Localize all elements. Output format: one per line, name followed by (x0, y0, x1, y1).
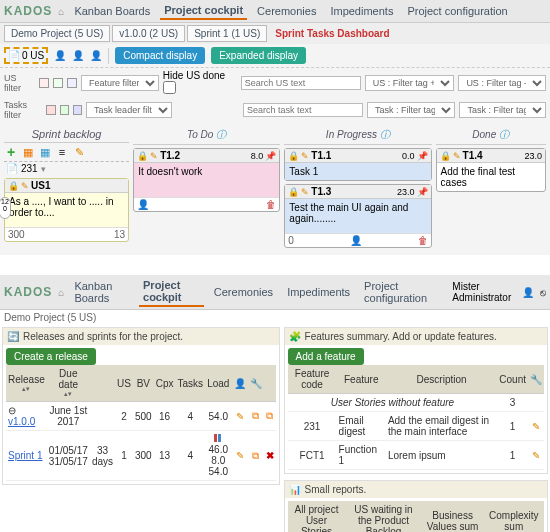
expanded-button[interactable]: Expanded display (211, 47, 306, 64)
cell: 16 (154, 402, 176, 431)
edit-icon[interactable]: ✎ (21, 181, 29, 191)
home-icon[interactable]: ⌂ (58, 287, 64, 298)
edit-icon[interactable]: ✎ (532, 450, 540, 461)
th: Complexity sum (484, 501, 544, 532)
edit-icon[interactable]: ✎ (236, 411, 244, 422)
card-text: As a ...., I want to ..... in order to..… (5, 193, 128, 227)
current-user: Mister Administrator (452, 281, 516, 303)
user-icon[interactable]: 👤 (54, 50, 66, 61)
delete-icon[interactable]: 🗑 (266, 199, 276, 210)
user-icon[interactable]: 👤 (90, 50, 102, 61)
color-swatch[interactable] (53, 78, 63, 88)
edit-icon[interactable]: ✎ (532, 421, 540, 432)
list-icon[interactable]: ≡ (55, 145, 69, 159)
us-drop[interactable]: 📄 0 US (4, 47, 48, 64)
card-stat: 0 (288, 235, 294, 246)
pin-icon: 📌 (417, 151, 428, 161)
nav-cockpit[interactable]: Project cockpit (160, 2, 247, 20)
counter-badge: 120 (0, 197, 11, 219)
bc-project[interactable]: Demo Project (5 US) (4, 25, 110, 42)
edit-icon[interactable]: ✎ (236, 450, 244, 461)
color-swatch[interactable] (60, 105, 69, 115)
nav-kanban[interactable]: Kanban Boards (70, 3, 154, 19)
logout-icon[interactable]: ⎋ (540, 287, 546, 298)
user-icon[interactable]: 👤 (72, 50, 84, 61)
info-icon[interactable]: ⓘ (380, 129, 390, 140)
grid-icon[interactable]: ▦ (21, 145, 35, 159)
edit-icon[interactable]: ✎ (150, 151, 158, 161)
rss-icon[interactable]: ⧉ (266, 410, 273, 421)
lock-icon: 🔒 (137, 151, 148, 161)
color-swatch[interactable] (67, 78, 77, 88)
card-icon: 📄 (6, 163, 18, 174)
nav-impediments[interactable]: Impediments (283, 284, 354, 300)
task-card[interactable]: 🔒✎T1.323.0📌 Test the main UI again and a… (284, 184, 431, 248)
info-icon[interactable]: ⓘ (499, 129, 509, 140)
release-link[interactable]: v1.0.0 (8, 416, 35, 427)
th-release[interactable]: Release▴▾ (6, 365, 47, 402)
cell: 300 (133, 431, 154, 481)
backlog-count: 231 (21, 163, 38, 174)
assignee-icon: 👤 (137, 199, 149, 210)
hide-us-done[interactable]: Hide US done (163, 70, 237, 96)
cell: FCT1 (288, 441, 337, 470)
grid2-icon[interactable]: ▦ (38, 145, 52, 159)
cell: 500 (133, 402, 154, 431)
th: Description (386, 365, 497, 394)
col-progress-header: In Progress ⓘ (284, 126, 431, 145)
task-tag-plus[interactable]: Task : Filter tag + (367, 102, 455, 118)
info-icon[interactable]: ⓘ (216, 129, 226, 140)
task-card[interactable]: 🔒✎T1.423.0 Add the final test cases (436, 148, 546, 192)
th-due[interactable]: Due date▴▾ (47, 365, 90, 402)
us-tag-plus[interactable]: US : Filter tag + (365, 75, 455, 91)
sub-project[interactable]: Demo Project (5 US) (4, 312, 96, 323)
color-swatch[interactable] (73, 105, 82, 115)
nav-kanban[interactable]: Kanban Boards (70, 278, 133, 306)
nav-projconfig[interactable]: Project configuration (403, 3, 511, 19)
rss-icon[interactable]: ⧉ (252, 450, 259, 461)
user-icon[interactable]: 👤 (522, 287, 534, 298)
nav-impediments[interactable]: Impediments (326, 3, 397, 19)
us-tag-minus[interactable]: US : Filter tag - (458, 75, 546, 91)
edit-icon[interactable]: ✎ (301, 151, 309, 161)
cell: 01/05/17 31/05/17 (47, 431, 90, 481)
pin-icon: 📌 (417, 187, 428, 197)
th-bv: BV (133, 365, 154, 402)
edit-icon[interactable]: ✎ (301, 187, 309, 197)
task-card[interactable]: 🔒✎T1.10.0📌 Task 1 (284, 148, 431, 181)
delete-icon[interactable]: ✖ (266, 450, 274, 461)
task-card[interactable]: 🔒✎T1.28.0📌 It doesn't work 👤🗑 (133, 148, 280, 212)
sprint-link[interactable]: Sprint 1 (8, 450, 42, 461)
bc-release[interactable]: v1.0.0 (2 US) (112, 25, 185, 42)
cell: 54.0 (205, 402, 232, 431)
lock-icon: 🔒 (440, 151, 451, 161)
collapse-icon[interactable]: ⊖ (8, 405, 16, 416)
add-feature-button[interactable]: Add a feature (288, 348, 364, 365)
lock-icon: 🔒 (288, 187, 299, 197)
task-leader-filter[interactable]: Task leader filter (86, 102, 172, 118)
us-count: 0 US (22, 50, 44, 61)
us-card[interactable]: 🔒✎US1 120 As a ...., I want to ..... in … (4, 178, 129, 242)
nav-cockpit[interactable]: Project cockpit (139, 277, 204, 307)
bc-sprint[interactable]: Sprint 1 (1 US) (187, 25, 267, 42)
nav-ceremonies[interactable]: Ceremonies (210, 284, 277, 300)
cell: 3 (497, 394, 528, 412)
feature-filter[interactable]: Feature filter (81, 75, 159, 91)
create-release-button[interactable]: Create a release (6, 348, 96, 365)
add-icon[interactable]: + (4, 145, 18, 159)
home-icon[interactable]: ⌂ (58, 6, 64, 17)
chevron-down-icon[interactable]: ▾ (41, 164, 46, 174)
color-swatch[interactable] (46, 105, 55, 115)
task-tag-minus[interactable]: Task : Filter tag - (459, 102, 546, 118)
color-swatch[interactable] (39, 78, 49, 88)
search-us-input[interactable] (241, 76, 361, 90)
edit-icon[interactable]: ✎ (453, 151, 461, 161)
nav-ceremonies[interactable]: Ceremonies (253, 3, 320, 19)
edit-icon[interactable]: ✎ (72, 145, 86, 159)
nav-projconfig[interactable]: Project configuration (360, 278, 440, 306)
card-id: T1.4 (463, 150, 523, 161)
rss-icon[interactable]: ⧉ (252, 410, 259, 421)
delete-icon[interactable]: 🗑 (418, 235, 428, 246)
compact-button[interactable]: Compact display (115, 47, 205, 64)
search-task-input[interactable] (243, 103, 363, 117)
